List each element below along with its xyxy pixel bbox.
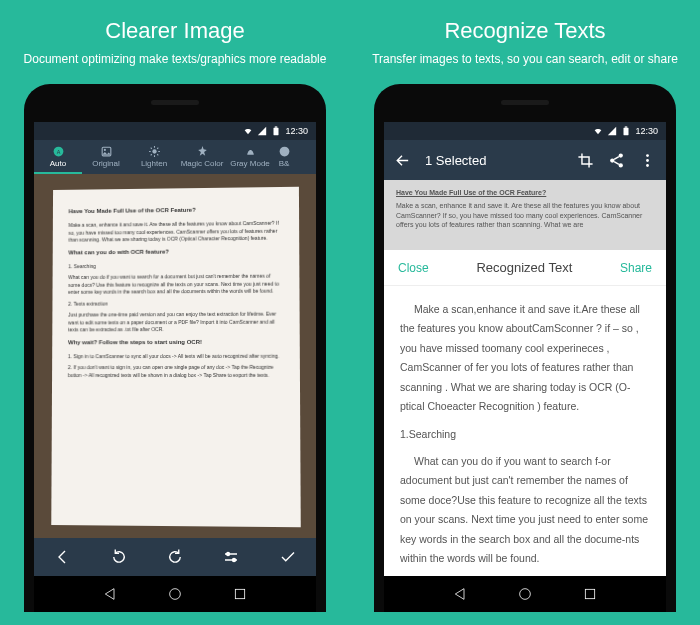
sheet-title: Recognized Text [476,260,572,275]
appbar-title: 1 Selected [425,153,563,168]
recognized-paragraph: Make a scan,enhance it and save it.Are t… [400,300,650,417]
svg-point-7 [279,146,289,156]
mode-auto[interactable]: A Auto [34,140,82,174]
phone-frame-right: 12:30 1 Selected Have You Made Full Use … [374,84,676,612]
statusbar-time: 12:30 [635,126,658,136]
back-button[interactable] [50,545,74,569]
svg-point-6 [152,149,156,153]
heading-left: Clearer Image [105,18,244,44]
arrow-left-icon [53,548,71,566]
svg-text:A: A [56,148,60,154]
statusbar: 12:30 [384,122,666,140]
panel-clearer-image: Clearer Image Document optimizing make t… [0,0,350,625]
share-icon[interactable] [608,152,625,169]
bw-icon [278,145,291,158]
mode-original[interactable]: Original [82,140,130,174]
svg-rect-1 [275,126,278,127]
rotate-left-button[interactable] [107,545,131,569]
lighten-icon [148,145,161,158]
recognized-section: 1.Searching [400,425,650,444]
svg-rect-0 [274,128,279,136]
recognized-text-body[interactable]: Make a scan,enhance it and save it.Are t… [384,286,666,576]
close-button[interactable]: Close [398,261,429,275]
nav-home-icon[interactable] [167,586,183,602]
svg-point-15 [610,158,614,162]
svg-point-20 [520,589,531,600]
android-navbar [384,576,666,612]
rotate-left-icon [110,548,128,566]
recognized-paragraph: What can you do if you want to search f-… [400,452,650,569]
arrow-back-icon[interactable] [394,152,411,169]
rotate-right-icon [166,548,184,566]
nav-back-icon[interactable] [452,586,468,602]
appbar: 1 Selected [384,140,666,180]
magic-icon [196,145,209,158]
svg-point-19 [646,164,649,167]
mode-gray[interactable]: Gray Mode [226,140,274,174]
wifi-icon [593,126,603,136]
svg-point-9 [233,559,236,562]
subheading-left: Document optimizing make texts/graphics … [24,52,327,66]
statusbar-time: 12:30 [285,126,308,136]
heading-right: Recognize Texts [444,18,605,44]
screen-right: 12:30 1 Selected Have You Made Full Use … [384,122,666,612]
svg-rect-13 [625,126,628,127]
subheading-right: Transfer images to texts, so you can sea… [372,52,678,66]
nav-recent-icon[interactable] [232,586,248,602]
auto-icon: A [52,145,65,158]
check-icon [279,548,297,566]
nav-back-icon[interactable] [102,586,118,602]
mode-lighten[interactable]: Lighten [130,140,178,174]
battery-icon [271,126,281,136]
android-navbar [34,576,316,612]
nav-recent-icon[interactable] [582,586,598,602]
mode-bw[interactable]: B& [274,140,294,174]
svg-point-16 [619,163,623,167]
phone-frame-left: 12:30 A Auto Original Lighten Mag [24,84,326,612]
statusbar: 12:30 [34,122,316,140]
svg-point-8 [227,553,230,556]
gray-icon [244,145,257,158]
svg-rect-12 [624,128,629,136]
svg-point-17 [646,154,649,157]
svg-point-14 [619,153,623,157]
doc-preview-dimmed: Have You Made Full Use of the OCR Featur… [384,180,666,250]
sheet-header: Close Recognized Text Share [384,250,666,286]
rotate-right-button[interactable] [163,545,187,569]
signal-icon [257,126,267,136]
share-button[interactable]: Share [620,261,652,275]
panel-recognize-texts: Recognize Texts Transfer images to texts… [350,0,700,625]
svg-rect-11 [235,589,244,598]
edit-bottombar [34,538,316,576]
phone-speaker [151,100,199,105]
crop-icon[interactable] [577,152,594,169]
battery-icon [621,126,631,136]
phone-speaker [501,100,549,105]
wifi-icon [243,126,253,136]
svg-point-5 [103,148,105,150]
svg-point-10 [170,589,181,600]
screen-left: 12:30 A Auto Original Lighten Mag [34,122,316,612]
adjust-button[interactable] [219,545,243,569]
mode-magic-color[interactable]: Magic Color [178,140,226,174]
scanned-paper: Have You Made Full Use of the OCR Featur… [51,187,301,527]
signal-icon [607,126,617,136]
svg-point-18 [646,159,649,162]
confirm-button[interactable] [276,545,300,569]
sliders-icon [222,548,240,566]
original-icon [100,145,113,158]
document-preview[interactable]: Have You Made Full Use of the OCR Featur… [34,174,316,538]
more-icon[interactable] [639,152,656,169]
nav-home-icon[interactable] [517,586,533,602]
enhance-toolbar: A Auto Original Lighten Magic Color [34,140,316,174]
svg-rect-21 [585,589,594,598]
